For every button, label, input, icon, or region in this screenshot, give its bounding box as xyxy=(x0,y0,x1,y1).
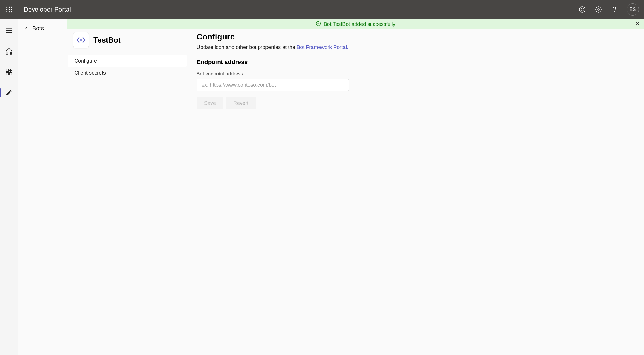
portal-title: Developer Portal xyxy=(24,6,71,13)
side-panel: TestBot Configure Client secrets xyxy=(67,29,188,355)
apps-icon[interactable] xyxy=(3,66,15,78)
chevron-left-icon xyxy=(24,25,28,32)
settings-icon[interactable] xyxy=(594,5,602,14)
bot-name: TestBot xyxy=(93,36,121,45)
svg-point-3 xyxy=(6,9,7,10)
top-bar: Developer Portal ES xyxy=(0,0,644,19)
revert-button[interactable]: Revert xyxy=(226,97,256,109)
svg-point-24 xyxy=(80,39,81,41)
configure-heading: Configure xyxy=(197,32,635,41)
breadcrumb-column: Bots xyxy=(18,19,67,355)
breadcrumb-back[interactable]: Bots xyxy=(18,19,67,38)
svg-point-1 xyxy=(9,7,10,8)
svg-point-9 xyxy=(579,7,585,12)
main-area: Bot TestBot added successfully TestBot C… xyxy=(67,19,644,355)
top-bar-right: ES xyxy=(578,3,641,16)
svg-point-12 xyxy=(598,9,599,10)
user-avatar[interactable]: ES xyxy=(627,3,639,16)
svg-point-10 xyxy=(581,9,582,9)
svg-point-5 xyxy=(11,9,12,10)
content-row: TestBot Configure Client secrets Configu… xyxy=(67,29,644,355)
svg-point-13 xyxy=(614,12,615,12)
save-button[interactable]: Save xyxy=(197,97,223,109)
svg-point-21 xyxy=(316,21,320,26)
svg-point-4 xyxy=(9,9,10,10)
subtext-prefix: Update icon and other bot properties at … xyxy=(197,44,297,50)
bot-header: TestBot xyxy=(67,32,188,55)
svg-rect-19 xyxy=(6,72,9,75)
hamburger-icon[interactable] xyxy=(3,24,15,37)
svg-point-6 xyxy=(6,11,7,12)
help-icon[interactable] xyxy=(611,5,619,14)
bot-framework-link[interactable]: Bot Framework Portal. xyxy=(297,44,348,50)
edit-icon[interactable] xyxy=(3,86,15,99)
configure-subtext: Update icon and other bot properties at … xyxy=(197,44,635,50)
app-body: Bots Bot TestBot added successfully Test… xyxy=(0,19,644,355)
svg-point-0 xyxy=(6,7,7,8)
close-icon[interactable] xyxy=(635,21,640,28)
svg-rect-20 xyxy=(9,72,12,75)
success-check-icon xyxy=(316,21,321,28)
svg-point-11 xyxy=(583,9,584,9)
bot-icon xyxy=(73,32,89,48)
breadcrumb-label: Bots xyxy=(32,25,44,32)
detail-panel: Configure Update icon and other bot prop… xyxy=(188,29,644,355)
home-icon[interactable] xyxy=(3,45,15,58)
endpoint-input[interactable] xyxy=(197,79,349,91)
endpoint-label: Bot endpoint address xyxy=(197,71,635,77)
feedback-icon[interactable] xyxy=(578,5,586,14)
svg-point-17 xyxy=(10,52,12,54)
nav-client-secrets[interactable]: Client secrets xyxy=(68,67,187,79)
svg-point-25 xyxy=(81,39,82,41)
success-notification: Bot TestBot added successfully xyxy=(67,19,644,29)
button-row: Save Revert xyxy=(197,97,635,109)
endpoint-heading: Endpoint address xyxy=(197,58,635,65)
app-launcher-icon[interactable] xyxy=(3,3,16,16)
svg-point-2 xyxy=(11,7,12,8)
svg-point-7 xyxy=(9,11,10,12)
notification-text: Bot TestBot added successfully xyxy=(324,21,396,27)
nav-configure[interactable]: Configure xyxy=(68,55,187,67)
svg-point-8 xyxy=(11,11,12,12)
svg-rect-18 xyxy=(6,69,9,72)
top-bar-left: Developer Portal xyxy=(3,3,71,16)
left-rail xyxy=(0,19,18,355)
